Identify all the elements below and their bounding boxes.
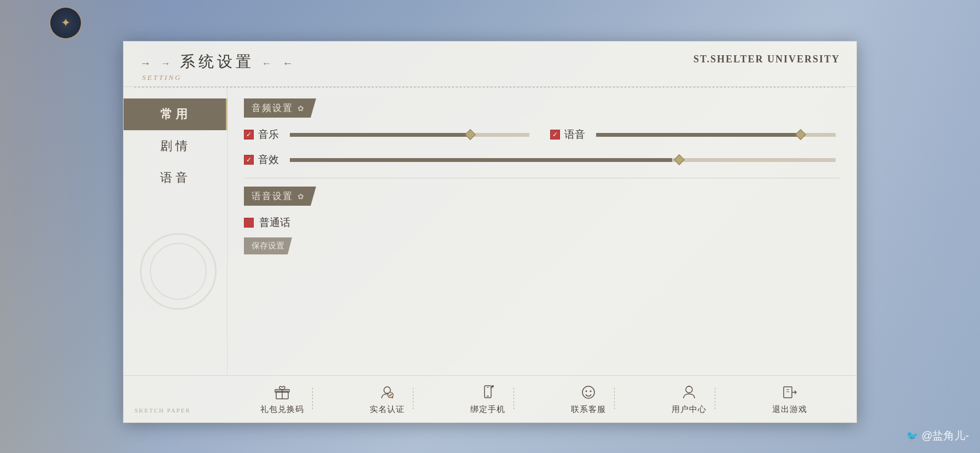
music-checkbox[interactable] — [244, 130, 254, 140]
compass-icon[interactable]: ✦ — [49, 7, 82, 39]
customer-service-icon — [580, 384, 597, 401]
toolbar-user-center[interactable]: 用户中心 — [663, 379, 715, 419]
sketch-paper-label: SKETCH PAPER — [135, 407, 191, 414]
bind-phone-label: 绑定手机 — [470, 404, 505, 415]
settings-panel: → 系统设置 ← SETTING ST.Shelter University 常… — [123, 41, 857, 423]
sidebar-item-story[interactable]: 剧情 — [124, 130, 227, 162]
voice-vol-slider-wrapper — [592, 133, 840, 137]
watermark-text: @盐角儿- — [921, 429, 969, 442]
music-control: 音乐 — [244, 127, 534, 142]
sfx-control: 音效 — [244, 153, 840, 167]
voice-vol-control: 语音 — [550, 127, 840, 142]
page-title: → 系统设置 ← — [140, 51, 296, 72]
voice-section-header: 语音设置 ✿ — [244, 187, 316, 206]
gift-icon — [273, 384, 291, 401]
toolbar-bind-phone[interactable]: 绑定手机 — [462, 379, 514, 419]
bind-phone-icon — [479, 384, 497, 401]
panel-subtitle: SETTING — [140, 73, 296, 82]
title-block: → 系统设置 ← SETTING — [140, 51, 296, 82]
svg-point-11 — [586, 390, 587, 392]
sidebar: 常用 剧情 语音 — [124, 88, 228, 375]
voice-vol-slider[interactable] — [596, 133, 836, 137]
svg-point-12 — [590, 390, 592, 392]
user-center-icon — [680, 384, 698, 401]
svg-point-13 — [686, 386, 692, 393]
title-arrow-left: → — [161, 58, 180, 69]
section-emblem: ✿ — [298, 104, 306, 113]
sfx-slider-wrapper — [285, 158, 840, 162]
toolbar-items: 礼包兑换码 实名认证 — [228, 379, 840, 419]
watermark: 🐦 @盐角儿- — [906, 428, 969, 443]
user-center-label: 用户中心 — [672, 404, 707, 415]
svg-rect-14 — [784, 387, 792, 398]
title-arrow-right: ← — [261, 58, 275, 69]
save-section-header-partial: 保存设置 — [244, 237, 292, 254]
bottom-toolbar: SKETCH PAPER 礼包兑换码 — [124, 375, 856, 422]
exit-game-label: 退出游戏 — [772, 404, 807, 415]
section-divider — [244, 178, 840, 178]
exit-game-icon — [781, 384, 798, 401]
sidebar-emblem — [135, 228, 222, 315]
university-label: ST.Shelter University — [693, 51, 840, 65]
music-slider[interactable] — [290, 133, 529, 137]
id-verify-icon — [378, 384, 396, 401]
panel-header: → 系统设置 ← SETTING ST.Shelter University — [124, 42, 856, 87]
toolbar-customer-service[interactable]: 联系客服 — [562, 379, 615, 419]
sidebar-item-voice[interactable]: 语音 — [124, 162, 227, 194]
toolbar-exit-game[interactable]: 退出游戏 — [763, 379, 816, 419]
voice-section-emblem: ✿ — [298, 192, 306, 201]
customer-service-label: 联系客服 — [571, 404, 606, 415]
sfx-checkbox[interactable] — [244, 155, 254, 165]
weibo-icon: 🐦 — [906, 431, 918, 442]
gift-code-label: 礼包兑换码 — [260, 404, 304, 415]
main-content: 音频设置 ✿ 音乐 — [228, 88, 856, 375]
music-slider-wrapper — [285, 133, 534, 137]
music-slider-thumb — [465, 129, 476, 140]
id-verify-label: 实名认证 — [370, 404, 405, 415]
compass-needle: ✦ — [61, 16, 71, 30]
sfx-slider[interactable] — [290, 158, 836, 162]
panel-content: 常用 剧情 语音 音频设置 ✿ — [124, 88, 856, 375]
voice-vol-checkbox[interactable] — [550, 130, 560, 140]
sfx-checkbox-label: 音效 — [244, 153, 279, 167]
sfx-slider-thumb — [674, 154, 685, 165]
toolbar-id-verify[interactable]: 实名认证 — [361, 379, 413, 419]
voice-vol-slider-thumb — [795, 129, 806, 140]
voice-vol-checkbox-label: 语音 — [550, 127, 585, 142]
music-checkbox-label: 音乐 — [244, 127, 279, 142]
mandarin-checkbox[interactable] — [244, 218, 254, 228]
audio-row-music-voice: 音乐 语音 — [244, 127, 840, 142]
svg-point-9 — [492, 385, 494, 387]
toolbar-gift-code[interactable]: 礼包兑换码 — [252, 379, 313, 419]
audio-section-header: 音频设置 ✿ — [244, 98, 316, 118]
audio-row-sfx: 音效 — [244, 153, 840, 167]
sidebar-item-common[interactable]: 常用 — [124, 98, 227, 130]
voice-option-mandarin: 普通话 — [244, 216, 840, 230]
